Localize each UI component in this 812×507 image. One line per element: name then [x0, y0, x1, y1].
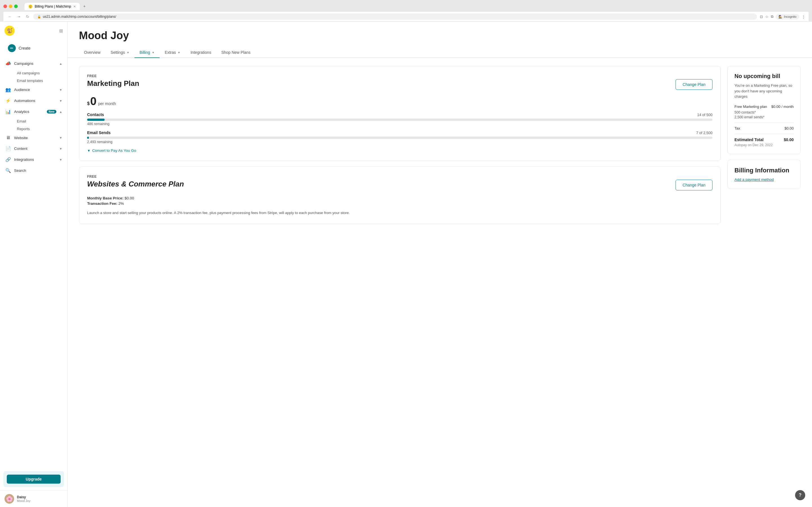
billing-chevron-icon: ▼ [152, 51, 154, 54]
forward-button[interactable]: → [16, 14, 22, 19]
user-name: Daisy [17, 495, 31, 499]
sidebar-upgrade-area: Upgrade [3, 471, 64, 487]
billing-summary-card: No upcoming bill You're on a Marketing F… [727, 66, 801, 154]
user-avatar: 🌸 [4, 494, 14, 504]
integrations-chevron-icon: ▼ [59, 158, 62, 161]
tab-billing-label: Billing [140, 50, 150, 55]
traffic-lights [3, 4, 18, 8]
close-window-btn[interactable] [3, 4, 7, 8]
sends-remaining: 2,493 remaining [87, 140, 712, 144]
tab-integrations[interactable]: Integrations [186, 47, 216, 58]
sidebar-item-campaigns-label: Campaigns [14, 61, 56, 66]
sidebar-item-audience[interactable]: 👥 Audience ▼ [2, 84, 65, 95]
campaigns-icon: 📣 [5, 61, 11, 66]
refresh-button[interactable]: ↻ [25, 14, 31, 19]
sidebar-item-automations[interactable]: ⚡ Automations ▼ [2, 96, 65, 106]
sidebar-nav: 📣 Campaigns ▲ All campaigns Email templa… [0, 58, 67, 468]
automations-chevron-icon: ▼ [59, 99, 62, 103]
sidebar-logo-area: 🐒 ⊞ [0, 22, 67, 40]
marketing-change-plan-button[interactable]: Change Plan [675, 79, 712, 90]
commerce-plan-header: Websites & Commerce Plan Change Plan [87, 180, 712, 190]
mailchimp-logo-icon[interactable]: 🐒 [4, 25, 15, 36]
billing-summary-description: You're on a Marketing Free plan, so you … [734, 83, 794, 100]
sidebar-item-email-templates[interactable]: Email templates [14, 77, 65, 84]
tab-overview[interactable]: Overview [79, 47, 105, 58]
browser-actions: ⊡ ☆ ⧉ 🕵 Incognito ⋮ [760, 14, 805, 19]
commerce-change-plan-button[interactable]: Change Plan [675, 180, 712, 190]
browser-tabs: 🐒 Billing Plans | Mailchimp ✕ + [24, 2, 131, 10]
upgrade-button[interactable]: Upgrade [7, 474, 61, 484]
bookmark-icon[interactable]: ☆ [765, 15, 769, 19]
create-button[interactable]: ✏ Create [4, 42, 63, 54]
tab-extras[interactable]: Extras ▼ [160, 47, 186, 58]
menu-icon[interactable]: ⋮ [802, 15, 805, 19]
contacts-usage: Contacts 14 of 500 486 remaining [87, 112, 712, 126]
website-icon: 🖥 [5, 135, 11, 140]
convert-to-payg-link[interactable]: ▼ Convert to Pay As You Go [87, 149, 712, 153]
automations-icon: ⚡ [5, 98, 11, 103]
sidebar-item-content-label: Content [14, 147, 56, 151]
active-tab[interactable]: 🐒 Billing Plans | Mailchimp ✕ [24, 3, 80, 10]
add-payment-method-link[interactable]: Add a payment method [734, 177, 774, 182]
main-content: Mood Joy Overview Settings ▼ Billing ▼ E… [68, 22, 812, 507]
sidebar-create-area: ✏ Create [0, 40, 67, 58]
sends-usage-header: Email Sends 7 of 2,500 [87, 130, 712, 135]
autopay-note: Autopay on Dec 29, 2022 [734, 143, 794, 147]
back-button[interactable]: ← [7, 14, 13, 19]
marketing-plan-header: Marketing Plan Change Plan [87, 79, 712, 90]
billing-divider-2 [734, 134, 794, 134]
extensions-icon[interactable]: ⧉ [771, 14, 773, 19]
billing-contacts-note: 500 contacts* [734, 110, 794, 114]
billing-plan-label: Free Marketing plan [734, 105, 767, 109]
search-nav-icon: 🔍 [5, 168, 11, 173]
minimize-window-btn[interactable] [9, 4, 12, 8]
sidebar-collapse-btn[interactable]: ⊞ [59, 28, 63, 34]
sidebar-item-integrations[interactable]: 🔗 Integrations ▼ [2, 154, 65, 165]
sidebar-item-website[interactable]: 🖥 Website ▼ [2, 133, 65, 143]
user-info: Daisy Mood Joy [17, 495, 31, 503]
billing-divider [734, 122, 794, 123]
cast-icon[interactable]: ⊡ [760, 15, 763, 19]
billing-sends-note: 2,500 email sends* [734, 115, 794, 119]
price-dollar-sign: $ [87, 101, 90, 106]
address-bar[interactable]: 🔒 us21.admin.mailchimp.com/account/billi… [33, 13, 757, 20]
new-tab-btn[interactable]: + [80, 2, 131, 10]
sends-label: Email Sends [87, 130, 110, 135]
marketing-plan-card: FREE Marketing Plan Change Plan $ 0 per … [79, 66, 721, 161]
contacts-progress-fill [87, 119, 105, 121]
commerce-transaction-fee: Transaction Fee: 2% [87, 202, 712, 206]
help-button[interactable]: ? [795, 490, 805, 500]
analytics-new-badge: New [47, 110, 57, 114]
commerce-base-price: Monthly Base Price: $0.00 [87, 196, 712, 200]
sidebar-item-analytics[interactable]: 📊 Analytics New ▲ [2, 107, 65, 117]
sends-count: 7 of 2,500 [696, 131, 712, 135]
commerce-plan-tier: FREE [87, 175, 712, 179]
tab-close-btn[interactable]: ✕ [73, 5, 76, 8]
sidebar-item-campaigns[interactable]: 📣 Campaigns ▲ [2, 58, 65, 69]
tab-extras-label: Extras [165, 50, 176, 55]
maximize-window-btn[interactable] [14, 4, 18, 8]
tab-favicon-icon: 🐒 [29, 4, 33, 8]
sends-progress-fill [87, 136, 89, 139]
user-account: Mood Joy [17, 499, 31, 503]
browser-toolbar: ← → ↻ 🔒 us21.admin.mailchimp.com/account… [3, 12, 809, 22]
tab-settings[interactable]: Settings ▼ [105, 47, 135, 58]
contacts-label: Contacts [87, 112, 104, 117]
settings-chevron-icon: ▼ [126, 51, 130, 54]
tab-billing[interactable]: Billing ▼ [135, 47, 160, 58]
sidebar-item-email[interactable]: Email [14, 117, 65, 125]
tab-shop-new-plans[interactable]: Shop New Plans [216, 47, 256, 58]
sidebar-item-search[interactable]: 🔍 Search [2, 165, 65, 176]
browser-chrome: 🐒 Billing Plans | Mailchimp ✕ + ← → ↻ 🔒 … [0, 0, 812, 22]
commerce-plan-card: FREE Websites & Commerce Plan Change Pla… [79, 166, 721, 224]
contacts-remaining: 486 remaining [87, 122, 712, 126]
billing-tax-label: Tax [734, 126, 740, 130]
page-tabs: Overview Settings ▼ Billing ▼ Extras ▼ I… [68, 47, 812, 58]
sidebar-item-all-campaigns[interactable]: All campaigns [14, 69, 65, 77]
incognito-label: Incognito [784, 15, 797, 18]
sidebar-item-reports[interactable]: Reports [14, 125, 65, 133]
marketing-plan-tier: FREE [87, 74, 712, 78]
analytics-subnav: Email Reports [2, 117, 65, 133]
sidebar-item-content[interactable]: 📄 Content ▼ [2, 144, 65, 154]
audience-icon: 👥 [5, 87, 11, 93]
